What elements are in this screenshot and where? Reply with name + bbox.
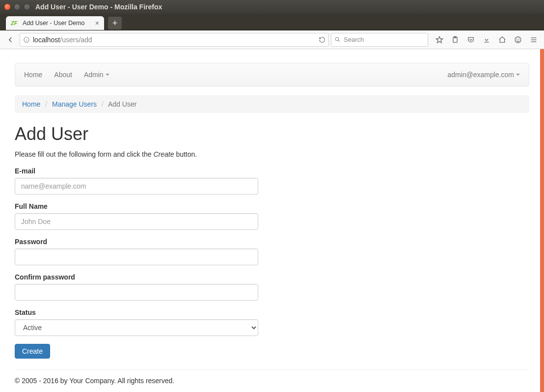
search-placeholder: Search xyxy=(344,36,364,43)
tab-close-icon[interactable]: × xyxy=(95,20,99,27)
reload-icon[interactable] xyxy=(319,36,326,43)
window-buttons xyxy=(4,3,30,10)
search-icon xyxy=(334,36,341,43)
breadcrumb-manage-users[interactable]: Manage Users xyxy=(52,100,97,108)
page-content: Home About Admin admin@example.com Home … xyxy=(0,49,544,392)
svg-point-11 xyxy=(517,39,517,39)
email-field[interactable] xyxy=(15,178,258,195)
svg-line-5 xyxy=(338,40,340,42)
bookmark-star-icon[interactable] xyxy=(432,33,447,47)
back-button[interactable] xyxy=(3,33,18,47)
confirm-password-label: Confirm password xyxy=(15,273,258,281)
svg-point-4 xyxy=(335,37,339,41)
svg-rect-9 xyxy=(484,42,489,42)
smiley-icon[interactable] xyxy=(511,33,525,47)
tab-title: Add User - User Demo xyxy=(23,20,84,27)
breadcrumb-sep: / xyxy=(42,100,50,108)
status-label: Status xyxy=(15,308,258,316)
email-label: E-mail xyxy=(15,167,258,175)
intro-text-before: Please fill out the following form and c… xyxy=(15,150,153,158)
nav-user-label: admin@example.com xyxy=(447,71,514,79)
browser-search-box[interactable]: Search xyxy=(331,33,428,47)
window-title: Add User - User Demo - Mozilla Firefox xyxy=(35,3,162,11)
page-viewport: Home About Admin admin@example.com Home … xyxy=(0,49,544,392)
footer-text: © 2005 - 2016 by Your Company. All right… xyxy=(15,377,529,385)
breadcrumb-home[interactable]: Home xyxy=(22,100,40,108)
app-navbar: Home About Admin admin@example.com xyxy=(15,63,529,86)
create-button[interactable]: Create xyxy=(15,344,50,359)
chevron-down-icon xyxy=(106,74,109,76)
window-titlebar: Add User - User Demo - Mozilla Firefox xyxy=(0,0,544,14)
nav-item-about[interactable]: About xyxy=(54,71,72,79)
page-title: Add User xyxy=(15,124,529,144)
browser-tab-active[interactable]: ZF Add User - User Demo × xyxy=(6,16,104,30)
intro-text-after: button. xyxy=(174,150,197,158)
zend-favicon-icon: ZF xyxy=(11,19,19,27)
site-info-icon[interactable] xyxy=(23,36,30,43)
url-text: localhost/users/add xyxy=(33,36,92,44)
confirm-password-field[interactable] xyxy=(15,284,258,301)
toolbar-right-icons xyxy=(432,33,541,47)
intro-text-em: Create xyxy=(153,150,174,158)
breadcrumb-sep: / xyxy=(99,100,107,108)
status-select[interactable]: Active xyxy=(15,319,258,336)
nav-left: Home About Admin xyxy=(24,71,109,79)
downloads-icon[interactable] xyxy=(479,33,494,47)
clipboard-icon[interactable] xyxy=(448,33,462,47)
browser-toolbar: localhost/users/add Search xyxy=(0,30,544,49)
window-maximize-button[interactable] xyxy=(24,3,30,10)
url-host: localhost xyxy=(33,36,60,44)
window-minimize-button[interactable] xyxy=(14,3,21,10)
footer-divider xyxy=(15,369,529,370)
url-path: /users/add xyxy=(60,36,92,44)
password-field[interactable] xyxy=(15,249,258,265)
svg-text:ZF: ZF xyxy=(11,20,18,26)
url-bar[interactable]: localhost/users/add xyxy=(20,33,329,47)
password-label: Password xyxy=(15,238,258,246)
svg-point-10 xyxy=(515,37,521,43)
chevron-down-icon xyxy=(516,74,520,76)
fullname-field[interactable] xyxy=(15,213,258,230)
nav-item-home[interactable]: Home xyxy=(24,71,42,79)
breadcrumb: Home / Manage Users / Add User xyxy=(15,95,529,113)
svg-point-12 xyxy=(519,39,519,39)
window-close-button[interactable] xyxy=(4,3,11,10)
browser-tabstrip: ZF Add User - User Demo × + xyxy=(0,14,544,30)
new-tab-button[interactable]: + xyxy=(108,17,122,29)
home-icon[interactable] xyxy=(495,33,510,47)
nav-user-menu[interactable]: admin@example.com xyxy=(447,71,520,79)
svg-marker-6 xyxy=(436,36,442,43)
hamburger-menu-icon[interactable] xyxy=(526,33,541,47)
breadcrumb-current: Add User xyxy=(108,100,136,108)
pocket-icon[interactable] xyxy=(463,33,478,47)
add-user-form: E-mail Full Name Password Confirm passwo… xyxy=(15,167,529,359)
page-intro: Please fill out the following form and c… xyxy=(15,150,529,158)
right-orange-strip xyxy=(540,49,544,392)
nav-item-admin[interactable]: Admin xyxy=(84,71,109,79)
nav-item-admin-label: Admin xyxy=(84,71,104,79)
fullname-label: Full Name xyxy=(15,202,258,210)
